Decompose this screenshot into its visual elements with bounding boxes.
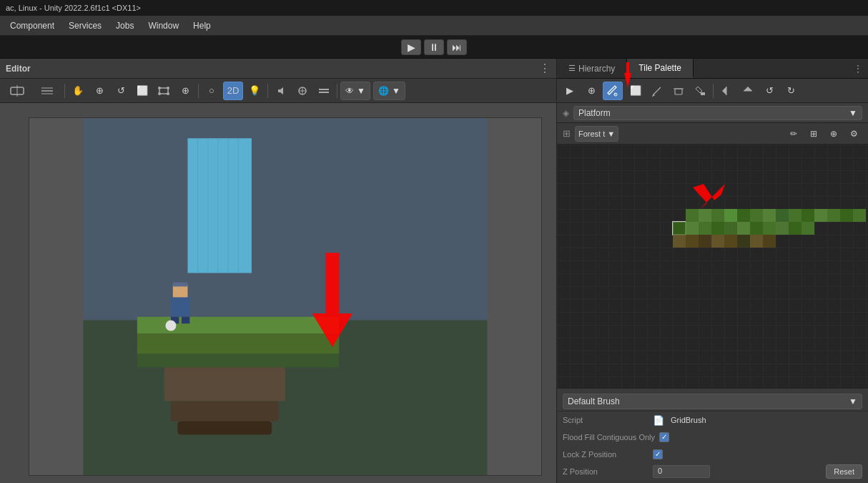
svg-rect-73 — [802, 222, 814, 235]
hand-tool-btn[interactable]: ✋ — [68, 82, 88, 100]
reset-button[interactable]: Reset — [826, 464, 862, 479]
rt-flip-y-btn[interactable] — [738, 82, 758, 100]
svg-rect-59 — [814, 209, 827, 222]
effects-btn[interactable] — [292, 82, 312, 100]
svg-rect-65 — [699, 222, 711, 235]
svg-rect-33 — [182, 317, 189, 323]
svg-point-8 — [158, 92, 161, 95]
svg-marker-38 — [624, 62, 631, 87]
scale-tool-btn[interactable]: ⬜ — [132, 82, 152, 100]
right-toolbar: ▶ ⊕ ⬜ — [557, 79, 868, 103]
palette-edit-btn[interactable]: ✏ — [785, 126, 802, 142]
audio-btn[interactable] — [271, 82, 291, 100]
z-position-row: Z Position 0 Reset — [557, 463, 868, 480]
palette-grid-icon: ⊞ — [563, 128, 571, 139]
scene-view[interactable] — [0, 103, 556, 483]
svg-rect-26 — [164, 367, 285, 401]
svg-rect-49 — [686, 209, 699, 222]
rect-tool-btn[interactable] — [154, 82, 174, 100]
flood-fill-row: Flood Fill Contiguous Only ✓ — [557, 429, 868, 446]
title-text: ac, Linux - Unity 2022.2.6f1c1 <DX11> — [6, 4, 141, 12]
lock-z-checkbox[interactable]: ✓ — [653, 449, 663, 459]
platform-dropdown[interactable]: Platform ▼ — [573, 106, 862, 120]
menu-help[interactable]: Help — [186, 19, 218, 32]
view-dropdown[interactable]: 🌐 ▼ — [373, 82, 405, 100]
svg-rect-76 — [699, 235, 711, 248]
transform-tool-btn[interactable]: ⊕ — [175, 82, 195, 100]
rt-pick-btn[interactable] — [647, 82, 667, 100]
svg-rect-55 — [763, 209, 776, 222]
tile-grid-container[interactable] — [557, 145, 868, 388]
rt-fill-btn[interactable] — [690, 82, 710, 100]
svg-rect-77 — [711, 235, 724, 248]
lock-z-row: Lock Z Position ✓ — [557, 446, 868, 463]
rotate-tool-btn[interactable]: ↺ — [111, 82, 131, 100]
svg-rect-79 — [737, 235, 750, 248]
svg-rect-54 — [750, 209, 763, 222]
layers-dropdown[interactable]: 👁 ▼ — [340, 82, 370, 100]
scene-inner — [29, 117, 542, 476]
menu-window[interactable]: Window — [141, 19, 186, 32]
svg-rect-29 — [171, 297, 189, 317]
pause-button[interactable]: ⏸ — [424, 39, 444, 55]
gizmos-btn[interactable] — [314, 82, 334, 100]
svg-rect-27 — [171, 401, 279, 421]
svg-rect-58 — [802, 209, 814, 222]
step-button[interactable]: ⏭ — [447, 39, 467, 55]
title-bar: ac, Linux - Unity 2022.2.6f1c1 <DX11> — [0, 0, 868, 16]
brush-dropdown-arrow: ▼ — [849, 396, 857, 406]
svg-rect-14 — [319, 92, 329, 93]
brush-dropdown[interactable]: Default Brush ▼ — [563, 394, 862, 409]
palette-dropdown-label: Forest t — [578, 130, 605, 138]
svg-rect-62 — [853, 209, 866, 222]
scene-toolbar: ✋ ⊕ ↺ ⬜ ⊕ ○ 2D 💡 👁 — [0, 79, 556, 103]
palette-dropdown[interactable]: Forest t ▼ — [575, 126, 618, 142]
palette-center-btn[interactable]: ⊕ — [825, 126, 842, 142]
palette-dropdown-arrow: ▼ — [607, 130, 615, 138]
right-panel: ☰ Hierarchy Tile Palette ⋮ ▶ ⊕ — [557, 59, 868, 483]
svg-rect-80 — [750, 235, 763, 248]
rt-rotate-btn[interactable]: ↺ — [759, 82, 779, 100]
palette-grid-btn[interactable]: ⊞ — [805, 126, 822, 142]
lighting-btn[interactable]: 💡 — [245, 82, 265, 100]
svg-rect-81 — [763, 235, 776, 248]
svg-rect-72 — [789, 222, 802, 235]
brush-settings-panel: Default Brush ▼ Script 📄 GridBrush Flood… — [557, 388, 868, 483]
svg-rect-47 — [557, 145, 868, 388]
menu-jobs[interactable]: Jobs — [109, 19, 141, 32]
scene-editor-menu-icon[interactable]: ⋮ — [539, 62, 551, 75]
rt-rotate2-btn[interactable]: ↻ — [781, 82, 801, 100]
svg-rect-74 — [673, 235, 686, 248]
z-position-input[interactable]: 0 — [653, 465, 710, 478]
menu-component[interactable]: Component — [3, 19, 61, 32]
svg-rect-50 — [699, 209, 711, 222]
menu-services[interactable]: Services — [61, 19, 109, 32]
tab-hierarchy-label: Hierarchy — [578, 64, 615, 74]
2d-btn[interactable]: 2D — [223, 82, 243, 100]
flood-fill-checkbox[interactable]: ✓ — [659, 432, 669, 442]
palette-settings-btn[interactable]: ⚙ — [845, 126, 862, 142]
svg-rect-57 — [789, 209, 802, 222]
rt-select-btn[interactable]: ▶ — [560, 82, 580, 100]
svg-rect-25 — [137, 354, 339, 368]
game-scene-svg — [29, 118, 541, 475]
rt-flip-x-btn[interactable] — [716, 82, 736, 100]
platform-row: ◈ Platform ▼ — [557, 103, 868, 123]
svg-rect-13 — [319, 89, 329, 90]
script-label: Script — [563, 416, 648, 424]
svg-point-34 — [165, 320, 176, 331]
toolbar-sep1 — [64, 84, 65, 98]
toolbar-snap-btn[interactable] — [3, 82, 31, 100]
right-panel-menu-icon[interactable]: ⋮ — [854, 59, 868, 78]
svg-rect-67 — [724, 222, 737, 235]
svg-point-7 — [167, 87, 169, 89]
mode-btn[interactable]: ○ — [202, 82, 222, 100]
svg-rect-75 — [686, 235, 699, 248]
play-button[interactable]: ▶ — [401, 39, 421, 55]
toolbar-pivot-btn[interactable] — [33, 82, 61, 100]
move-tool-btn[interactable]: ⊕ — [89, 82, 109, 100]
rt-erase-btn[interactable] — [669, 82, 689, 100]
svg-rect-53 — [737, 209, 750, 222]
rt-move-btn[interactable]: ⊕ — [581, 82, 601, 100]
svg-marker-44 — [744, 87, 752, 91]
